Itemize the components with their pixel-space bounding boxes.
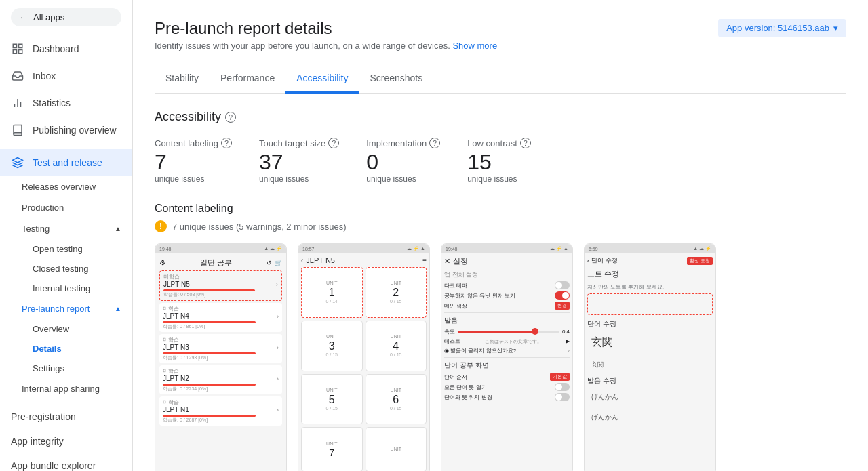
sidebar-item-testing[interactable]: Testing ▲	[0, 218, 132, 239]
title-area: Pre-launch report details	[155, 19, 332, 38]
svg-rect-2	[13, 50, 16, 54]
sidebar-item-label: Statistics	[33, 98, 71, 108]
warning-banner: ! 7 unique issues (5 warnings, 2 minor i…	[155, 220, 846, 232]
implementation-help-icon[interactable]: ?	[429, 138, 440, 148]
page-header: Pre-launch report details App version: 5…	[155, 19, 846, 38]
sidebar-item-app-bundle-explorer[interactable]: App bundle explorer	[0, 453, 132, 471]
grid-cell-4: UNIT 4 0 / 15	[366, 321, 427, 371]
metrics-row: Content labeling ? 7 unique issues Touch…	[155, 138, 846, 184]
chevron-up-icon: ▲	[115, 225, 121, 232]
status-bar-3: 19:48 ☁ ⚡ ▲	[441, 244, 572, 253]
tabs-bar: Stability Performance Accessibility Scre…	[155, 64, 846, 94]
metric-implementation: Implementation ? 0 unique issues	[366, 138, 440, 184]
content-labeling-help-icon[interactable]: ?	[221, 138, 232, 148]
app-version-button[interactable]: App version: 5146153.aab ▾	[718, 19, 846, 37]
grid-cell-5: UNIT 5 0 / 15	[301, 374, 363, 425]
sidebar-item-production[interactable]: Production	[0, 197, 132, 218]
sidebar-item-label: Test and release	[33, 157, 102, 168]
back-arrow-icon: ←	[19, 12, 28, 22]
tab-performance[interactable]: Performance	[210, 64, 285, 94]
all-apps-button[interactable]: ← All apps	[11, 8, 121, 26]
sidebar-item-publishing-overview[interactable]: Publishing overview	[0, 117, 132, 144]
all-apps-label: All apps	[33, 12, 64, 22]
show-more-link[interactable]: Show more	[452, 41, 497, 51]
sidebar-item-label: Inbox	[33, 70, 56, 81]
grid-cell-2: UNIT 2 0 / 15	[366, 267, 427, 318]
screenshot-img-2: 18:57 ☁ ⚡ ▲ ‹ JLPT N5 ≡ UNIT 1 0 / 14	[298, 244, 429, 471]
statistics-icon	[11, 96, 24, 110]
main-content: Pre-launch report details App version: 5…	[133, 0, 868, 471]
sidebar-top: ← All apps	[0, 0, 132, 35]
sidebar-item-overview[interactable]: Overview	[0, 319, 132, 339]
sidebar-item-label: App integrity	[11, 436, 64, 447]
sidebar-item-test-and-release[interactable]: Test and release	[0, 149, 132, 176]
sidebar: ← All apps Dashboard Inbox Statistics Pu…	[0, 0, 133, 471]
svg-rect-0	[13, 44, 16, 47]
sidebar-item-statistics[interactable]: Statistics	[0, 89, 132, 117]
sidebar-item-inbox[interactable]: Inbox	[0, 62, 132, 89]
sidebar-item-settings[interactable]: Settings	[0, 359, 132, 378]
accessibility-help-icon[interactable]: ?	[225, 112, 236, 123]
note-input[interactable]	[587, 293, 713, 315]
screenshot-card-2[interactable]: 18:57 ☁ ⚡ ▲ ‹ JLPT N5 ≡ UNIT 1 0 / 14	[298, 243, 430, 471]
tab-accessibility[interactable]: Accessibility	[285, 64, 359, 94]
screenshot-card-3[interactable]: 19:48 ☁ ⚡ ▲ ✕ 설정 앱 전체 설정 다크 테마	[441, 243, 573, 471]
page-subtitle: Identify issues with your app before you…	[155, 41, 846, 51]
version-label: App version: 5146153.aab	[726, 23, 829, 33]
low-contrast-help-icon[interactable]: ?	[520, 138, 531, 148]
svg-rect-1	[19, 44, 22, 47]
sidebar-item-open-testing[interactable]: Open testing	[0, 239, 132, 259]
grid-cell-3: UNIT 3 0 / 15	[301, 321, 363, 371]
sidebar-item-pre-launch[interactable]: Pre-launch report ▲	[0, 298, 132, 319]
tab-stability[interactable]: Stability	[155, 64, 210, 94]
sidebar-item-label: Pre-registration	[11, 411, 76, 422]
sidebar-item-internal-app-sharing[interactable]: Internal app sharing	[0, 378, 132, 399]
grid-cell-6: UNIT 6 0 / 15	[366, 374, 427, 425]
sidebar-item-label: Publishing overview	[33, 125, 117, 136]
sidebar-item-closed-testing[interactable]: Closed testing	[0, 259, 132, 279]
status-bar-1: 19:48 ▲ ☁ ⚡	[155, 244, 286, 253]
sidebar-item-app-integrity[interactable]: App integrity	[0, 429, 132, 453]
sidebar-item-releases-overview[interactable]: Releases overview	[0, 176, 132, 197]
publishing-icon	[11, 123, 24, 137]
screenshot-card-4[interactable]: 6:59 ▲ ☁ ⚡ ‹ 단어 수정 활성 요청 노트 수정 자신만의 노트를	[584, 243, 716, 471]
screenshot-img-3: 19:48 ☁ ⚡ ▲ ✕ 설정 앱 전체 설정 다크 테마	[441, 244, 572, 471]
tab-screenshots[interactable]: Screenshots	[359, 64, 433, 94]
page-title: Pre-launch report details	[155, 19, 332, 38]
screenshot-img-1: 19:48 ▲ ☁ ⚡ ⚙ 일단 공부 ↺ 🛒	[155, 244, 286, 471]
screenshot-img-4: 6:59 ▲ ☁ ⚡ ‹ 단어 수정 활성 요청 노트 수정 자신만의 노트를	[585, 244, 715, 471]
sidebar-item-dashboard[interactable]: Dashboard	[0, 35, 132, 62]
warning-icon: !	[155, 220, 167, 232]
sidebar-item-label: App bundle explorer	[11, 460, 96, 471]
grid-cell-8: UNIT	[366, 427, 427, 471]
grid-cell-7: UNIT 7	[301, 427, 363, 471]
screenshots-grid: 19:48 ▲ ☁ ⚡ ⚙ 일단 공부 ↺ 🛒	[155, 243, 846, 471]
metric-low-contrast: Low contrast ? 15 unique issues	[467, 138, 531, 184]
touch-target-help-icon[interactable]: ?	[328, 138, 339, 148]
grid-cell-1: UNIT 1 0 / 14	[301, 267, 363, 318]
screenshot-card-1[interactable]: 19:48 ▲ ☁ ⚡ ⚙ 일단 공부 ↺ 🛒	[155, 243, 287, 471]
version-arrow-icon: ▾	[833, 23, 838, 33]
metric-content-labeling: Content labeling ? 7 unique issues	[155, 138, 232, 184]
chevron-up-icon: ▲	[115, 305, 121, 312]
sidebar-item-internal-testing[interactable]: Internal testing	[0, 279, 132, 298]
sidebar-item-label: Dashboard	[33, 43, 79, 54]
metric-touch-target: Touch target size ? 37 unique issues	[259, 138, 339, 184]
dashboard-icon	[11, 42, 24, 56]
sidebar-item-pre-registration[interactable]: Pre-registration	[0, 405, 132, 429]
status-bar-2: 18:57 ☁ ⚡ ▲	[298, 244, 429, 253]
sidebar-item-details[interactable]: Details	[0, 339, 132, 359]
content-labeling-header: Content labeling	[155, 203, 846, 215]
accessibility-section-title: Accessibility ?	[155, 110, 846, 124]
svg-rect-3	[19, 50, 22, 54]
phone-header-1: ⚙ 일단 공부 ↺ 🛒	[159, 258, 282, 268]
status-bar-4: 6:59 ▲ ☁ ⚡	[585, 244, 715, 253]
inbox-icon	[11, 69, 24, 83]
test-release-icon	[11, 156, 24, 169]
